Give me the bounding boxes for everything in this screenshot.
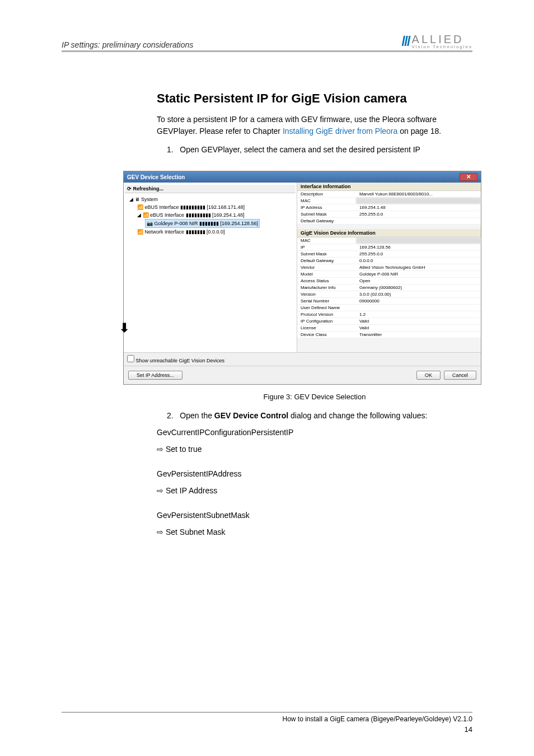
- dialog-title: GEV Device Selection: [127, 174, 185, 180]
- param-1-action: Set to true: [157, 445, 472, 454]
- table-row: Subnet Mask255.255.0.0: [297, 251, 481, 258]
- device-info-table: MAC▮▮▮▮▮▮▮▮▮IP169.254.128.56Subnet Mask2…: [297, 237, 481, 338]
- gev-device-selection-dialog: GEV Device Selection ✕ ⟳ Refreshing... ◢…: [123, 171, 481, 385]
- close-icon[interactable]: ✕: [460, 173, 477, 181]
- set-ip-button[interactable]: Set IP Address...: [128, 371, 182, 380]
- table-row: VendorAllied Vision Technologies GmbH: [297, 264, 481, 271]
- logo-slashes-icon: ///: [402, 34, 410, 49]
- table-row: MAC▮▮▮▮▮▮▮▮▮: [297, 198, 481, 204]
- cancel-button[interactable]: Cancel: [444, 371, 476, 380]
- breadcrumb: IP settings: preliminary considerations: [62, 40, 193, 49]
- table-row: Subnet Mask255.255.0.0: [297, 211, 481, 218]
- table-row: Default Gateway: [297, 218, 481, 225]
- figure-caption: Figure 3: GEV Device Selection: [157, 393, 472, 401]
- param-3-action: Set Subnet Mask: [157, 528, 472, 536]
- refreshing-label: ⟳ Refreshing...: [125, 185, 296, 193]
- logo-main: ALLIED: [412, 34, 472, 45]
- table-row: IP169.254.128.56: [297, 244, 481, 251]
- table-row: IP ConfigurationValid: [297, 318, 481, 325]
- interface-info-header: Interface Information: [297, 183, 481, 191]
- table-row: Manufacturer InfoGermany (00080602): [297, 284, 481, 291]
- table-row: User Defined Name: [297, 305, 481, 311]
- table-row: LicenseValid: [297, 325, 481, 332]
- annotation-arrow-icon: ⬇: [119, 321, 129, 335]
- dialog-titlebar: GEV Device Selection ✕: [124, 171, 481, 183]
- logo-sub: Vision Technologies: [412, 45, 472, 49]
- step-2: 2. Open the GEV Device Control dialog an…: [167, 411, 472, 420]
- intro-text: To store a persistent IP for a camera wi…: [157, 114, 472, 137]
- show-unreachable-row: Show unreachable GigE Vision Devices: [124, 352, 481, 366]
- page-number: 14: [62, 725, 472, 734]
- table-row: Default Gateway0.0.0.0: [297, 258, 481, 264]
- table-row: Version3.0.0 (02.03.00): [297, 291, 481, 298]
- table-row: Protocol Version1.2: [297, 311, 481, 318]
- table-row: Device ClassTransmitter: [297, 332, 481, 338]
- param-3: GevPersistentSubnetMask: [157, 511, 472, 520]
- selected-device[interactable]: 📷 Goldeye P-008 NIR ▮▮▮▮▮▮▮ [169.254.128…: [145, 219, 260, 228]
- device-info-header: GigE Vision Device Information: [297, 229, 481, 237]
- brand-logo: /// ALLIED Vision Technologies: [402, 34, 472, 49]
- table-row: DescriptionMarvell Yukon 88E8001/8003/80…: [297, 191, 481, 198]
- interface-info-table: DescriptionMarvell Yukon 88E8001/8003/80…: [297, 191, 481, 225]
- footer-text: How to install a GigE camera (Bigeye/Pea…: [283, 715, 473, 723]
- table-row: IP Address169.254.1.48: [297, 204, 481, 211]
- table-row: MAC▮▮▮▮▮▮▮▮▮: [297, 237, 481, 244]
- ok-button[interactable]: OK: [416, 371, 441, 380]
- table-row: Access StatusOpen: [297, 278, 481, 284]
- param-1: GevCurrentIPConfigurationPersistentIP: [157, 428, 472, 437]
- chapter-link[interactable]: Installing GigE driver from Pleora: [283, 127, 397, 136]
- section-title: Static Persistent IP for GigE Vision cam…: [157, 91, 472, 106]
- table-row: ModelGoldeye P-008 NIR: [297, 271, 481, 278]
- step-1: 1. Open GEVPlayer, select the camera and…: [167, 145, 472, 154]
- table-row: Serial Number09000000: [297, 298, 481, 305]
- device-tree[interactable]: ◢ 🖥 System 📶 eBUS Interface ▮▮▮▮▮▮▮▮▮ [1…: [125, 193, 296, 350]
- param-2: GevPersistentIPAddress: [157, 469, 472, 478]
- param-2-action: Set IP Address: [157, 486, 472, 495]
- show-unreachable-checkbox[interactable]: [127, 355, 134, 362]
